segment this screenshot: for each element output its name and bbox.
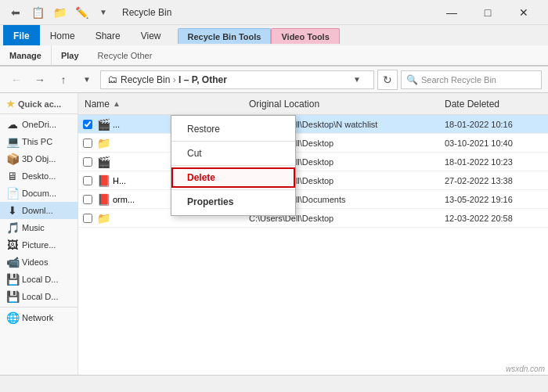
file-list-header: Name ▲ Original Location Date Deleted <box>78 93 548 115</box>
sidebar-quick-access-label: Quick ac... <box>18 99 61 109</box>
quick-access-toolbar: ⬅ 📋 📁 ✏️ ▼ <box>6 3 113 22</box>
search-box[interactable]: 🔍 Search Recycle Bin <box>401 70 542 89</box>
file-icon-folder: 📁 <box>97 137 110 149</box>
qat-edit-btn[interactable]: ✏️ <box>72 3 91 22</box>
tab-share[interactable]: Share <box>85 25 131 45</box>
back-button[interactable]: ← <box>6 70 27 90</box>
file-icon-doc: 📕 <box>97 193 110 206</box>
search-placeholder: Search Recycle Bin <box>421 75 496 85</box>
column-location-label: Original Location <box>249 99 319 110</box>
column-date-label: Date Deleted <box>445 99 499 110</box>
file-date-cell: 13-05-2022 19:16 <box>438 195 548 204</box>
context-menu-divider-2 <box>171 165 295 166</box>
documents-icon: 📄 <box>6 187 19 200</box>
file-date-cell: 12-03-2022 20:58 <box>438 214 548 223</box>
path-dropdown-button[interactable]: ▼ <box>347 70 367 90</box>
forward-button[interactable]: → <box>30 70 50 90</box>
table-row[interactable]: 🎬 ... C:\Users\Dell\Desktop\N watchlist … <box>78 115 548 134</box>
refresh-button[interactable]: ↻ <box>377 70 398 90</box>
row-checkbox[interactable] <box>83 157 92 167</box>
sidebar-label-thispc: This PC <box>22 137 52 146</box>
sidebar-item-videos[interactable]: 📹 Videos <box>0 254 78 271</box>
column-header-date[interactable]: Date Deleted <box>438 99 548 110</box>
ribbon: File Home Share View Recycle Bin Tools V… <box>0 25 548 67</box>
file-name-label: ... <box>113 120 120 129</box>
context-menu-restore[interactable]: Restore <box>171 119 295 139</box>
file-name-label: orm... <box>113 195 135 204</box>
row-checkbox[interactable] <box>83 120 92 129</box>
maximize-button[interactable]: □ <box>470 0 506 25</box>
tab-view[interactable]: View <box>131 25 171 45</box>
sidebar-item-onedrive[interactable]: ☁ OneDri... <box>0 116 78 133</box>
row-checkbox[interactable] <box>83 176 92 185</box>
sidebar-label-desktop: Deskto... <box>22 171 56 181</box>
file-date-cell: 03-10-2021 10:40 <box>438 138 548 148</box>
sidebar-item-desktop[interactable]: 🖥 Deskto... <box>0 167 78 185</box>
sidebar-item-downloads[interactable]: ⬇ Downl... <box>0 202 78 219</box>
qat-folder-btn[interactable]: 📁 <box>50 3 69 22</box>
sidebar-label-pictures: Picture... <box>22 240 56 250</box>
table-row[interactable]: 📁 C:\Users\Dell\Desktop 12-03-2022 20:58 <box>78 209 548 228</box>
sidebar-item-locald1[interactable]: 💾 Local D... <box>0 271 78 288</box>
file-area: Name ▲ Original Location Date Deleted 🎬 … <box>78 93 548 392</box>
sidebar: ★ Quick ac... ☁ OneDri... 💻 This PC 📦 3D… <box>0 93 78 392</box>
address-bar: ← → ↑ ▼ 🗂 Recycle Bin › I – P, Other ▼ ↻… <box>0 67 548 93</box>
tab-recycle-bin-tools[interactable]: Recycle Bin Tools <box>178 28 272 44</box>
sidebar-quick-access: ★ Quick ac... <box>0 96 78 112</box>
column-name-label: Name <box>85 99 110 110</box>
context-menu-cut[interactable]: Cut <box>171 143 295 164</box>
up-button[interactable]: ↑ <box>53 70 74 90</box>
sidebar-item-thispc[interactable]: 💻 This PC <box>0 133 78 150</box>
qat-copy-btn[interactable]: 📋 <box>28 3 47 22</box>
address-path-bar[interactable]: 🗂 Recycle Bin › I – P, Other ▼ <box>100 70 374 89</box>
sidebar-item-network[interactable]: 🌐 Network <box>0 309 78 326</box>
desktop-icon: 🖥 <box>6 170 19 182</box>
tab-home[interactable]: Home <box>40 25 85 45</box>
music-icon: 🎵 <box>6 221 19 234</box>
row-checkbox[interactable] <box>83 214 92 223</box>
path-text: Recycle Bin › I – P, Other <box>121 74 227 85</box>
table-row[interactable]: 📕 orm... C:\Users\Dell\Documents 13-05-2… <box>78 190 548 209</box>
tab-file[interactable]: File <box>3 25 40 45</box>
close-button[interactable]: ✕ <box>506 0 542 25</box>
column-header-location[interactable]: Original Location <box>243 99 438 110</box>
column-header-name[interactable]: Name ▲ <box>78 99 243 110</box>
locald1-icon: 💾 <box>6 273 19 286</box>
sidebar-label-videos: Videos <box>22 257 48 267</box>
window-title: Recycle Bin <box>122 7 171 18</box>
sidebar-item-locald2[interactable]: 💾 Local D... <box>0 288 78 305</box>
search-icon: 🔍 <box>406 74 418 85</box>
file-date-cell: 27-02-2022 13:38 <box>438 176 548 185</box>
qat-dropdown-btn[interactable]: ▼ <box>94 3 113 22</box>
context-menu-properties[interactable]: Properties <box>171 192 295 212</box>
tab-video-tools[interactable]: Video Tools <box>271 28 339 44</box>
qat-back-btn[interactable]: ⬅ <box>6 3 25 22</box>
table-row[interactable]: 🎬 C:\Users\Dell\Desktop 18-01-2022 10:23 <box>78 153 548 171</box>
context-menu-delete[interactable]: Delete <box>171 167 295 188</box>
sidebar-label-documents: Docum... <box>22 189 56 198</box>
sidebar-item-3dobjects[interactable]: 📦 3D Obj... <box>0 150 78 167</box>
path-icon: 🗂 <box>107 74 117 85</box>
title-bar-left: ⬅ 📋 📁 ✏️ ▼ Recycle Bin <box>6 3 171 22</box>
locald2-icon: 💾 <box>6 290 19 303</box>
table-row[interactable]: 📕 H... C:\Users\Dell\Desktop 27-02-2022 … <box>78 171 548 190</box>
sidebar-item-music[interactable]: 🎵 Music <box>0 219 78 236</box>
file-icon-video: 🎬 <box>97 156 110 168</box>
row-checkbox[interactable] <box>83 195 92 204</box>
context-menu-divider-3 <box>171 189 295 190</box>
ribbon-play-label: Play <box>61 51 79 60</box>
file-icon-folder: 📁 <box>97 212 110 225</box>
sidebar-item-pictures[interactable]: 🖼 Picture... <box>0 236 78 254</box>
nav-dropdown-button[interactable]: ▼ <box>77 70 97 90</box>
row-checkbox[interactable] <box>83 138 92 148</box>
videos-icon: 📹 <box>6 256 19 268</box>
watermark: wsxdn.com <box>506 365 545 373</box>
minimize-button[interactable]: — <box>434 0 470 25</box>
sidebar-item-documents[interactable]: 📄 Docum... <box>0 185 78 202</box>
file-icon-video: 🎬 <box>97 118 110 131</box>
sidebar-divider-1 <box>0 113 78 114</box>
sidebar-label-locald1: Local D... <box>22 275 58 284</box>
table-row[interactable]: 📁 C:\Users\Dell\Desktop 03-10-2021 10:40 <box>78 134 548 153</box>
sidebar-label-onedrive: OneDri... <box>22 120 56 129</box>
3dobjects-icon: 📦 <box>6 153 19 165</box>
